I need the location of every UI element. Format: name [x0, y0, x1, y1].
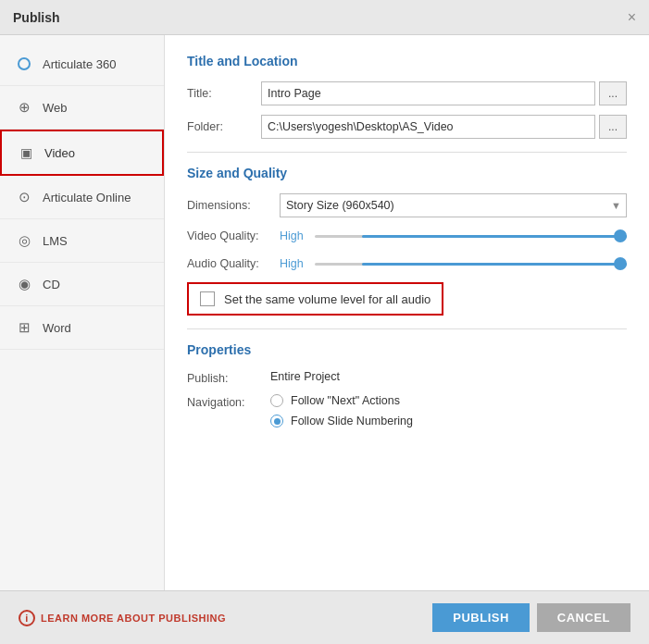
sidebar-item-label: Articulate 360 [43, 57, 117, 71]
publish-row: Publish: Entire Project [187, 370, 627, 385]
close-button[interactable]: × [628, 10, 636, 25]
radio-follow-next[interactable]: Follow "Next" Actions [270, 394, 413, 407]
properties-heading: Properties [187, 342, 627, 357]
audio-quality-row: Audio Quality: High [187, 254, 627, 273]
info-icon: i [19, 610, 35, 626]
title-bar: Publish × [0, 0, 649, 35]
sidebar-item-label: Web [43, 101, 68, 115]
navigation-row: Navigation: Follow "Next" Actions Follow… [187, 394, 627, 427]
learn-more-label: LEARN MORE ABOUT PUBLISHING [41, 613, 226, 624]
online-icon: ⊙ [15, 188, 33, 206]
radio-follow-slide[interactable]: Follow Slide Numbering [270, 415, 413, 427]
sidebar-item-video[interactable]: ▣ Video [0, 130, 164, 176]
content-area: Articulate 360 ⊕ Web ▣ Video ⊙ Articulat… [0, 35, 649, 590]
video-quality-value: High [280, 229, 315, 242]
video-icon: ▣ [17, 143, 35, 162]
learn-more-link[interactable]: i LEARN MORE ABOUT PUBLISHING [19, 610, 226, 626]
sidebar-item-web[interactable]: ⊕ Web [0, 86, 164, 130]
volume-checkbox[interactable] [200, 291, 215, 306]
video-quality-track [315, 235, 627, 238]
title-location-heading: Title and Location [187, 54, 627, 68]
radio-circle-slide[interactable] [270, 415, 283, 427]
publish-label: Publish: [187, 370, 270, 385]
sidebar-item-label: LMS [43, 234, 68, 248]
folder-row: Folder: ... [187, 115, 627, 139]
sidebar-item-label: Video [44, 146, 75, 160]
sidebar-item-label: CD [43, 278, 60, 291]
video-quality-slider-container[interactable] [315, 227, 627, 245]
title-label: Title: [187, 87, 261, 100]
dialog-title: Publish [13, 10, 60, 25]
sidebar-item-label: Word [43, 321, 71, 335]
cd-icon: ◉ [15, 275, 33, 293]
video-quality-fill [362, 235, 627, 238]
title-input[interactable] [261, 81, 595, 105]
audio-quality-value: High [280, 257, 315, 270]
volume-checkbox-label: Set the same volume level for all audio [224, 292, 431, 306]
publish-value: Entire Project [270, 370, 340, 383]
sidebar-item-cd[interactable]: ◉ CD [0, 263, 164, 306]
audio-quality-fill [362, 263, 627, 266]
dimensions-row: Dimensions: Story Size (960x540) 720p HD… [187, 193, 627, 217]
dimensions-select[interactable]: Story Size (960x540) 720p HD (1280x720) … [280, 193, 627, 217]
dimensions-select-wrapper[interactable]: Story Size (960x540) 720p HD (1280x720) … [280, 193, 627, 217]
publish-dialog: Publish × Articulate 360 ⊕ Web ▣ Video ⊙… [0, 0, 649, 644]
title-row: Title: ... [187, 81, 627, 105]
video-quality-row: Video Quality: High [187, 227, 627, 245]
folder-browse-button[interactable]: ... [599, 115, 627, 139]
audio-quality-track [315, 263, 627, 266]
web-icon: ⊕ [15, 98, 33, 117]
video-quality-label: Video Quality: [187, 229, 280, 242]
sidebar-item-lms[interactable]: ◎ LMS [0, 219, 164, 263]
radio-circle-next[interactable] [270, 394, 283, 407]
radio-label-slide: Follow Slide Numbering [291, 415, 413, 427]
folder-input[interactable] [261, 115, 595, 139]
articulate-icon [15, 55, 33, 73]
divider-1 [187, 152, 627, 153]
sidebar-item-label: Articulate Online [43, 191, 131, 204]
audio-quality-thumb[interactable] [614, 257, 627, 270]
sidebar-item-articulateonline[interactable]: ⊙ Articulate Online [0, 176, 164, 219]
lms-icon: ◎ [15, 231, 33, 250]
title-browse-button[interactable]: ... [599, 81, 627, 105]
footer-buttons: PUBLISH CANCEL [432, 603, 630, 632]
volume-checkbox-row[interactable]: Set the same volume level for all audio [187, 282, 443, 316]
cancel-button[interactable]: CANCEL [537, 603, 630, 632]
dimensions-label: Dimensions: [187, 199, 280, 212]
size-quality-heading: Size and Quality [187, 166, 627, 180]
navigation-label: Navigation: [187, 394, 270, 409]
navigation-radio-group: Follow "Next" Actions Follow Slide Numbe… [270, 394, 413, 427]
divider-2 [187, 328, 627, 329]
audio-quality-label: Audio Quality: [187, 257, 280, 270]
folder-label: Folder: [187, 120, 261, 133]
radio-label-next: Follow "Next" Actions [291, 394, 400, 407]
audio-quality-slider-container[interactable] [315, 254, 627, 273]
publish-button[interactable]: PUBLISH [432, 603, 530, 632]
sidebar-item-articulate360[interactable]: Articulate 360 [0, 43, 164, 86]
footer: i LEARN MORE ABOUT PUBLISHING PUBLISH CA… [0, 590, 649, 644]
sidebar-item-word[interactable]: ⊞ Word [0, 306, 164, 350]
main-panel: Title and Location Title: ... Folder: ..… [165, 35, 649, 590]
sidebar: Articulate 360 ⊕ Web ▣ Video ⊙ Articulat… [0, 35, 165, 590]
word-icon: ⊞ [15, 318, 33, 337]
video-quality-thumb[interactable] [614, 229, 627, 242]
